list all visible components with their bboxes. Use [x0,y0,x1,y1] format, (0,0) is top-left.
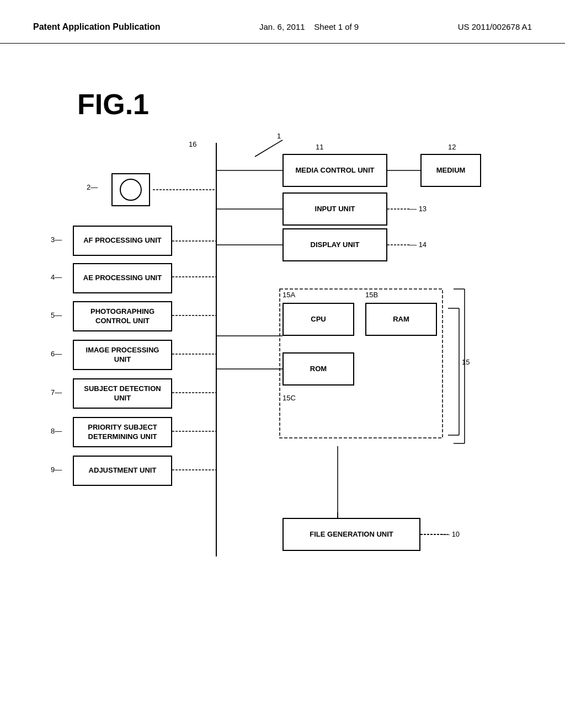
ref-14: — 14 [409,240,427,249]
ref-15b: 15B [365,291,378,299]
ref-15a: 15A [282,291,295,299]
adjustment-box: ADJUSTMENT UNIT [73,456,172,486]
ref-11: 11 [316,143,323,151]
ref-8: 8— [51,427,62,435]
camera-box [111,173,150,206]
ae-box: AE PROCESSING UNIT [73,263,172,293]
svg-line-1 [255,140,282,157]
diagram: 1 16 2— MEDIA CONTROL UNIT 11 MEDIUM 12 … [45,137,520,579]
af-box: AF PROCESSING UNIT [73,226,172,256]
cpu-box: CPU [282,303,354,336]
ref-9: 9— [51,465,62,474]
page-header: Patent Application Publication Jan. 6, 2… [0,0,565,44]
display-unit-box: DISPLAY UNIT [282,228,387,261]
priority-subj-box: PRIORITY SUBJECT DETERMINING UNIT [73,417,172,447]
ref-6: 6— [51,350,62,358]
ram-box: RAM [365,303,437,336]
figure-title: FIG.1 [77,88,565,121]
subject-det-box: SUBJECT DETECTION UNIT [73,378,172,409]
ref-15: 15 [462,358,470,366]
ref-13: — 13 [409,205,427,213]
ref-5: 5— [51,311,62,319]
rom-box: ROM [282,352,354,386]
ref-2: 2— [87,183,98,191]
publication-title: Patent Application Publication [33,22,161,32]
media-control-box: MEDIA CONTROL UNIT [282,154,387,187]
ref-1: 1 [277,132,281,140]
file-gen-box: FILE GENERATION UNIT [282,518,420,551]
image-proc-box: IMAGE PROCESSING UNIT [73,340,172,370]
patent-number: US 2011/002678 A1 [458,22,532,32]
ref-16: 16 [189,140,196,148]
input-unit-box: INPUT UNIT [282,192,387,226]
ref-4: 4— [51,273,62,281]
date-sheet: Jan. 6, 2011 Sheet 1 of 9 [259,22,359,32]
photographing-box: PHOTOGRAPHING CONTROL UNIT [73,301,172,331]
ref-3: 3— [51,235,62,244]
ref-7: 7— [51,388,62,397]
ref-12: 12 [448,143,456,151]
ref-10: — 10 [443,530,460,538]
medium-box: MEDIUM [420,154,481,187]
ref-15c: 15C [282,394,296,402]
